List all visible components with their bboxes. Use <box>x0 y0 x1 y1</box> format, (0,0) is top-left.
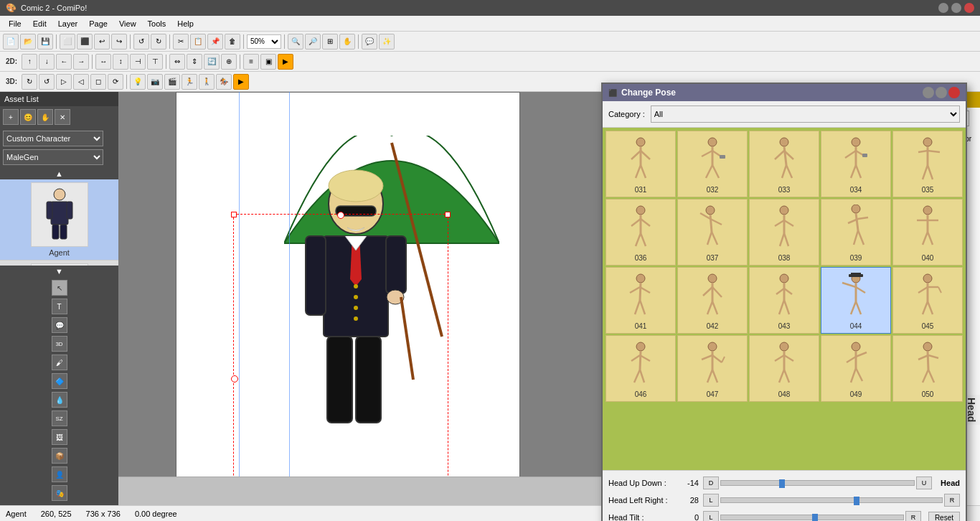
category-select[interactable]: All Standing Sitting Walking Running Act… <box>651 105 960 123</box>
pose-036[interactable]: 036 <box>606 199 676 266</box>
pose-037[interactable]: 037 <box>677 199 748 266</box>
tool-delete[interactable]: ✕ <box>55 109 70 125</box>
speech-btn[interactable]: 💬 <box>362 34 377 50</box>
zoom-out-btn[interactable]: 🔎 <box>305 34 321 50</box>
tool-asset3[interactable]: 👤 <box>52 466 67 482</box>
pose-033[interactable]: 033 <box>749 131 819 197</box>
3d-back-btn[interactable]: ◁ <box>73 74 89 90</box>
pose-038[interactable]: 038 <box>749 199 819 266</box>
rotate-btn[interactable]: 🔄 <box>204 54 220 70</box>
tool-text[interactable]: T <box>52 299 67 314</box>
pose-039[interactable]: 039 <box>821 199 891 266</box>
3d-pose-btn[interactable]: 🏃 <box>182 74 197 90</box>
fit-btn[interactable]: ⊞ <box>322 34 338 50</box>
paste-btn[interactable]: 📌 <box>207 34 223 50</box>
pose-046[interactable]: 046 <box>606 335 676 402</box>
tool-select[interactable]: ↖ <box>52 280 67 296</box>
3d-front-btn[interactable]: ▷ <box>56 74 72 90</box>
tool-hand[interactable]: ✋ <box>37 109 53 125</box>
head-lr-track[interactable] <box>720 497 943 503</box>
3d-cam-btn[interactable]: 📷 <box>147 74 163 90</box>
pose-042[interactable]: 042 <box>677 267 748 334</box>
head-tilt-r-btn[interactable]: R <box>905 511 921 521</box>
pose-050[interactable]: 050 <box>892 335 963 402</box>
new-btn[interactable]: 📄 <box>3 34 19 50</box>
scale-h-btn[interactable]: ↔ <box>95 54 111 70</box>
move-left-btn[interactable]: ← <box>56 54 72 70</box>
tool-add[interactable]: + <box>3 109 19 125</box>
center-h-btn[interactable]: ⊣ <box>130 54 146 70</box>
scroll-up-btn[interactable]: ▲ <box>0 168 118 179</box>
tb4-btn[interactable]: ↪ <box>111 34 127 50</box>
tool-asset4[interactable]: 🎭 <box>52 485 67 501</box>
pan-btn[interactable]: ✋ <box>339 34 355 50</box>
undo-btn[interactable]: ↺ <box>133 34 149 50</box>
effect-btn[interactable]: ✨ <box>379 34 395 50</box>
maximize-btn[interactable] <box>951 3 961 13</box>
3d-walk-btn[interactable]: 🚶 <box>199 74 215 90</box>
menu-page[interactable]: Page <box>83 18 113 29</box>
minimize-btn[interactable] <box>938 3 948 13</box>
menu-file[interactable]: File <box>3 18 27 29</box>
dialog-minimize-btn[interactable] <box>923 87 934 98</box>
group-btn[interactable]: ▣ <box>260 54 276 70</box>
save-btn[interactable]: 💾 <box>37 34 53 50</box>
pose-048[interactable]: 048 <box>749 335 819 402</box>
zoom-in-btn[interactable]: 🔍 <box>288 34 303 50</box>
menu-tools[interactable]: Tools <box>142 18 172 29</box>
menu-layer[interactable]: Layer <box>52 18 84 29</box>
dialog-close-btn[interactable] <box>948 87 960 98</box>
export-btn[interactable]: ⬜ <box>60 34 75 50</box>
3d-rotate-x-btn[interactable]: ↻ <box>22 74 37 90</box>
free-transform-btn[interactable]: ⊕ <box>221 54 237 70</box>
open-btn[interactable]: 📂 <box>20 34 36 50</box>
tb3-btn[interactable]: ↩ <box>94 34 110 50</box>
pose-040[interactable]: 040 <box>892 199 963 266</box>
head-ud-track[interactable] <box>720 480 915 486</box>
tool-size[interactable]: SZ <box>52 410 67 426</box>
pose-049[interactable]: 049 <box>821 335 891 402</box>
tool-balloon[interactable]: 💬 <box>52 317 67 333</box>
cut-btn[interactable]: ✂ <box>173 34 189 50</box>
pose-047[interactable]: 047 <box>677 335 748 402</box>
3d-rotate-y-btn[interactable]: ↺ <box>39 74 55 90</box>
head-left-btn[interactable]: L <box>703 494 719 507</box>
3d-run-btn[interactable]: 🏇 <box>216 74 232 90</box>
import-btn[interactable]: ⬛ <box>77 34 93 50</box>
pose-034[interactable]: 034 <box>821 131 891 197</box>
scale-v-btn[interactable]: ↕ <box>113 54 128 70</box>
scroll-down-btn[interactable]: ▼ <box>0 266 118 277</box>
tool-asset2[interactable]: 📦 <box>52 448 67 464</box>
active-tool-btn[interactable]: ▶ <box>278 54 293 70</box>
close-btn[interactable] <box>964 3 974 13</box>
pose-035[interactable]: 035 <box>892 131 963 197</box>
menu-edit[interactable]: Edit <box>27 18 52 29</box>
tool-paint[interactable]: 🖌 <box>52 355 67 370</box>
tool-drop[interactable]: 💧 <box>52 392 67 408</box>
3d-anim-btn[interactable]: 🎬 <box>164 74 180 90</box>
head-tilt-l-btn[interactable]: L <box>703 511 719 521</box>
menu-help[interactable]: Help <box>171 18 199 29</box>
flip-v-btn[interactable]: ⇕ <box>187 54 202 70</box>
copy-btn[interactable]: 📋 <box>190 34 206 50</box>
move-up-btn[interactable]: ↑ <box>22 54 37 70</box>
pose-045[interactable]: 045 <box>892 267 963 334</box>
dialog-maximize-btn[interactable] <box>936 87 947 98</box>
pose-grid-container[interactable]: 031 032 <box>603 128 966 470</box>
tool-3d[interactable]: 3D <box>52 336 67 352</box>
pose-044[interactable]: 044 <box>821 267 891 334</box>
head-up-btn[interactable]: U <box>916 477 932 489</box>
char-type-select[interactable]: Custom Character Default Character <box>3 131 116 146</box>
pose-032[interactable]: 032 <box>677 131 748 197</box>
pose-041[interactable]: 041 <box>606 267 676 334</box>
head-right-btn[interactable]: R <box>944 494 960 507</box>
char-type-dropdown[interactable]: Custom Character Default Character <box>3 131 103 146</box>
pose-031[interactable]: 031 <box>606 131 676 197</box>
align-btn[interactable]: ≡ <box>243 54 259 70</box>
pose-043[interactable]: 043 <box>749 267 819 334</box>
3d-active-btn[interactable]: ▶ <box>233 74 249 90</box>
head-down-btn[interactable]: D <box>703 477 719 489</box>
redo-btn[interactable]: ↻ <box>151 34 166 50</box>
head-tilt-track[interactable] <box>720 515 904 520</box>
asset-item-syringe[interactable]: Syringe <box>0 260 118 266</box>
